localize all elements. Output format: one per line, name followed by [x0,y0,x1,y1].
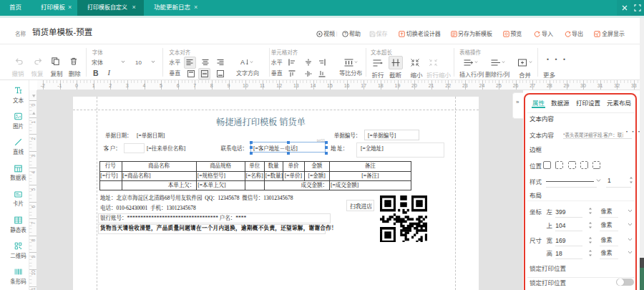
svg-text:A: A [240,59,245,66]
svg-text:?: ? [344,32,346,36]
